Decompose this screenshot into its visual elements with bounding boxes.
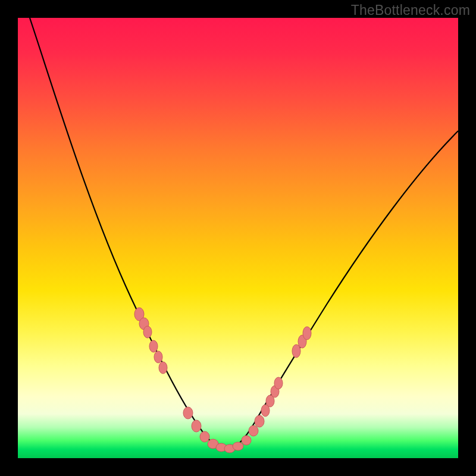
svg-point-14 <box>249 425 258 436</box>
svg-point-7 <box>192 420 201 432</box>
svg-point-2 <box>143 326 152 338</box>
svg-point-12 <box>233 442 243 450</box>
svg-point-3 <box>149 340 158 352</box>
svg-point-15 <box>255 415 264 427</box>
chart-frame: TheBottleneck.com <box>0 0 476 476</box>
chart-svg <box>18 18 458 458</box>
bottleneck-curve <box>30 18 458 450</box>
marker-group-right <box>261 327 311 416</box>
watermark-text: TheBottleneck.com <box>351 2 470 18</box>
svg-point-8 <box>200 431 209 442</box>
svg-point-6 <box>183 407 193 419</box>
svg-point-4 <box>154 351 162 363</box>
svg-point-19 <box>274 377 283 389</box>
svg-point-22 <box>303 327 311 340</box>
svg-point-13 <box>242 436 251 445</box>
marker-group-bottom <box>183 407 264 453</box>
svg-point-5 <box>159 362 167 374</box>
plot-area <box>18 18 458 458</box>
